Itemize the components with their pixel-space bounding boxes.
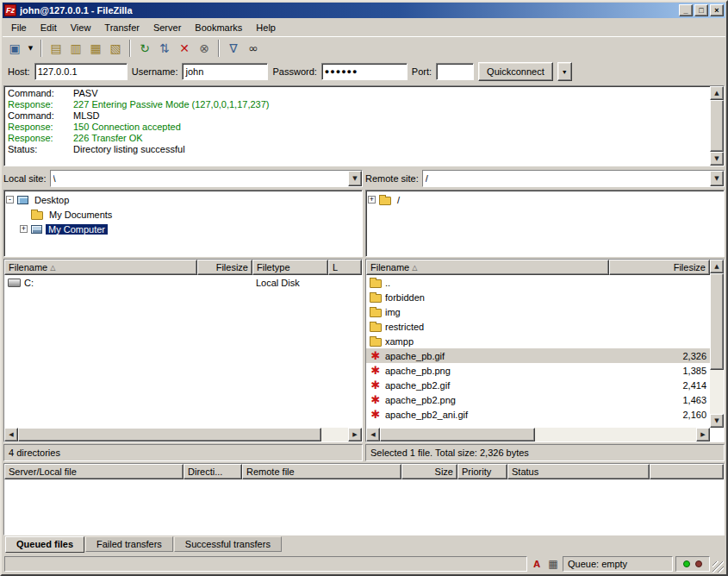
transfer-type-icon[interactable]: A — [530, 557, 544, 571]
menu-edit[interactable]: Edit — [34, 20, 64, 35]
scroll-down-button[interactable]: ▼ — [710, 152, 724, 166]
remote-site-combo[interactable]: ▼ — [422, 170, 725, 187]
resize-grip[interactable] — [712, 561, 724, 573]
disconnect-button[interactable]: ⊗ — [195, 39, 214, 58]
username-input[interactable] — [182, 63, 268, 80]
cancel-button[interactable]: ✕ — [175, 39, 194, 58]
queue-body[interactable] — [4, 479, 724, 535]
remote-file-row[interactable]: img — [366, 304, 710, 319]
minimize-button[interactable]: _ — [679, 4, 693, 16]
tree-expand-icon[interactable]: + — [368, 196, 376, 203]
toggle-message-log-button[interactable]: ▤ — [47, 39, 65, 58]
quickconnect-button[interactable]: Quickconnect — [478, 62, 553, 81]
maximize-button[interactable]: □ — [694, 4, 708, 16]
site-manager-button[interactable]: ▣ — [5, 39, 24, 58]
scroll-left-button[interactable]: ◀ — [4, 428, 18, 441]
tree-item-desktop[interactable]: - Desktop — [6, 192, 360, 207]
menu-help[interactable]: Help — [249, 20, 283, 35]
scrollbar-thumb[interactable] — [18, 428, 321, 441]
remote-file-row[interactable]: ✱apache_pb2.png 1,463 — [366, 392, 710, 407]
keyboard-icon[interactable]: ▦ — [546, 557, 560, 571]
remote-file-row[interactable]: restricted — [366, 319, 710, 334]
local-file-row[interactable]: C: Local Disk — [4, 275, 362, 290]
scrollbar-thumb[interactable] — [710, 100, 724, 152]
file-name: apache_pb.gif — [385, 351, 445, 361]
refresh-icon: ↻ — [140, 42, 150, 54]
tab-successful-transfers[interactable]: Successful transfers — [174, 536, 282, 552]
remote-vertical-scrollbar[interactable]: ▲ ▼ — [710, 260, 724, 428]
column-header-status[interactable]: Status — [507, 464, 650, 479]
remote-file-row[interactable]: .. — [366, 275, 710, 290]
find-button[interactable]: ∞ — [244, 39, 263, 58]
scrollbar-thumb[interactable] — [710, 273, 724, 370]
remote-file-list: Filename△ Filesize .. forbidden img — [365, 259, 725, 442]
scrollbar-thumb[interactable] — [380, 428, 535, 441]
password-input[interactable] — [321, 63, 408, 80]
tree-expand-icon[interactable]: + — [20, 225, 28, 233]
menu-file[interactable]: File — [4, 20, 34, 35]
tree-collapse-icon[interactable]: - — [6, 196, 14, 203]
local-path-input[interactable] — [51, 171, 348, 186]
menu-bookmarks[interactable]: Bookmarks — [188, 20, 249, 35]
local-file-list: Filename△ Filesize Filetype L C: Local D… — [3, 259, 363, 442]
local-horizontal-scrollbar[interactable]: ◀ ▶ — [4, 428, 362, 441]
local-site-combo[interactable]: ▼ — [50, 170, 363, 187]
toggle-transfer-queue-button[interactable]: ▧ — [106, 39, 125, 58]
tab-failed-transfers[interactable]: Failed transfers — [85, 536, 173, 552]
tree-item-root[interactable]: + / — [368, 192, 722, 207]
folder-icon — [31, 211, 43, 220]
quickconnect-dropdown[interactable]: ▼ — [557, 62, 572, 81]
refresh-button[interactable]: ↻ — [135, 39, 154, 58]
column-header-filename[interactable]: Filename△ — [4, 260, 197, 275]
site-manager-dropdown[interactable]: ▼ — [25, 39, 36, 58]
menu-transfer[interactable]: Transfer — [97, 20, 146, 35]
remote-file-row[interactable]: ✱apache_pb2.gif 2,414 — [366, 378, 710, 392]
file-name: C: — [24, 278, 34, 288]
title-bar[interactable]: Fz john@127.0.0.1 - FileZilla _ □ × — [3, 3, 725, 18]
port-input[interactable] — [436, 63, 474, 80]
scroll-right-button[interactable]: ▶ — [696, 428, 710, 441]
remote-file-row[interactable]: ✱apache_pb.png 1,385 — [366, 363, 710, 378]
column-header-server-local-file[interactable]: Server/Local file — [4, 464, 184, 479]
column-header-priority[interactable]: Priority — [457, 464, 507, 479]
remote-file-row[interactable]: xampp — [366, 334, 710, 348]
scroll-right-button[interactable]: ▶ — [348, 428, 362, 441]
column-header-filesize[interactable]: Filesize — [609, 260, 710, 275]
process-queue-button[interactable]: ⇅ — [155, 39, 174, 58]
menu-view[interactable]: View — [64, 20, 98, 35]
column-header-remote-file[interactable]: Remote file — [242, 464, 401, 479]
close-button[interactable]: × — [710, 4, 724, 16]
scroll-down-button[interactable]: ▼ — [710, 414, 724, 428]
remote-path-dropdown[interactable]: ▼ — [710, 171, 724, 186]
scroll-up-button[interactable]: ▲ — [710, 260, 724, 273]
local-file-list-body[interactable]: C: Local Disk — [4, 275, 362, 428]
toggle-local-tree-button[interactable]: ▥ — [66, 39, 85, 58]
column-header-direction[interactable]: Directi... — [184, 464, 242, 479]
scroll-up-button[interactable]: ▲ — [710, 86, 724, 100]
column-header-filetype[interactable]: Filetype — [252, 260, 328, 275]
column-header-filesize[interactable]: Filesize — [197, 260, 252, 275]
local-site-label: Local site: — [3, 173, 47, 184]
tree-item-my-documents[interactable]: My Documents — [6, 207, 360, 222]
menu-server[interactable]: Server — [146, 20, 188, 35]
host-input[interactable] — [34, 63, 128, 80]
column-header-last-modified[interactable]: L — [328, 260, 362, 275]
remote-file-row[interactable]: ✱apache_pb2_ani.gif 2,160 — [366, 407, 710, 422]
remote-horizontal-scrollbar[interactable]: ◀ ▶ — [366, 428, 710, 441]
remote-file-row[interactable]: forbidden — [366, 290, 710, 304]
scrollbar-track[interactable] — [710, 370, 724, 414]
tree-item-my-computer[interactable]: + My Computer — [6, 222, 360, 236]
filezilla-app-icon: Fz — [4, 4, 16, 16]
log-vertical-scrollbar[interactable]: ▲ ▼ — [710, 86, 724, 166]
toggle-remote-tree-button[interactable]: ▦ — [86, 39, 105, 58]
local-path-dropdown[interactable]: ▼ — [348, 171, 362, 186]
scroll-left-button[interactable]: ◀ — [366, 428, 380, 441]
remote-file-row-selected[interactable]: ✱apache_pb.gif 2,326 — [366, 348, 710, 363]
column-label: Filename — [370, 262, 409, 272]
filter-button[interactable]: ∇ — [224, 39, 243, 58]
remote-path-input[interactable] — [423, 171, 710, 186]
tab-queued-files[interactable]: Queued files — [5, 536, 84, 553]
column-header-filename[interactable]: Filename△ — [366, 260, 609, 275]
remote-file-list-body[interactable]: .. forbidden img restricted — [366, 275, 710, 428]
column-header-size[interactable]: Size — [401, 464, 457, 479]
